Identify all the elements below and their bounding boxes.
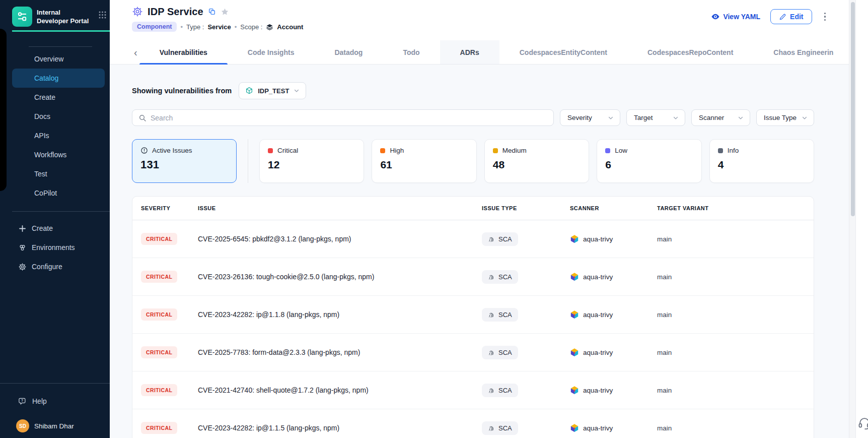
workflow-logo-icon — [16, 11, 28, 23]
sidebar-item-docs[interactable]: Docs — [12, 107, 105, 126]
info-dot — [718, 148, 723, 153]
tab-adrs[interactable]: ADRs — [440, 40, 499, 64]
filter-severity[interactable]: Severity — [560, 109, 620, 126]
tab-codespaces-entity-content[interactable]: CodespacesEntityContent — [499, 40, 627, 64]
plus-icon — [18, 224, 27, 233]
sidebar-item-catalog[interactable]: Catalog — [12, 69, 105, 88]
target-variant: main — [657, 349, 814, 356]
high-dot — [380, 148, 385, 153]
table-row[interactable]: CRITICAL CVE-2025-6545: pbkdf2@3.1.2 (la… — [132, 220, 814, 258]
sidebar-item-overview[interactable]: Overview — [12, 49, 105, 69]
trivy-icon — [570, 272, 579, 281]
info-card[interactable]: Info 4 — [709, 139, 814, 183]
more-options-icon[interactable] — [822, 11, 828, 23]
trivy-icon — [570, 423, 579, 432]
table-row[interactable]: CRITICAL CVE-2023-26136: tough-cookie@2.… — [132, 258, 814, 296]
sidebar: Internal Developer Portal Overview Catal… — [0, 0, 110, 438]
page-title: IDP Service — [148, 6, 203, 18]
issue-text: CVE-2025-7783: form-data@2.3.3 (lang-pkg… — [198, 348, 482, 356]
fingerprint-icon — [488, 273, 495, 280]
sidebar-item-test[interactable]: Test — [12, 164, 105, 183]
table-row[interactable]: CRITICAL CVE-2023-42282: ip@1.1.5 (lang-… — [132, 409, 814, 438]
edit-button[interactable]: Edit — [770, 9, 812, 24]
view-yaml-button[interactable]: View YAML — [711, 12, 760, 21]
app-launcher-icon[interactable] — [98, 11, 107, 21]
scrollbar-thumb[interactable] — [851, 2, 855, 216]
layers-icon — [266, 23, 273, 31]
sidebar-create-button[interactable]: Create — [0, 219, 110, 238]
trivy-icon — [570, 234, 579, 243]
sidebar-environments-button[interactable]: Environments — [0, 238, 110, 257]
sidebar-create-label: Create — [32, 224, 53, 232]
target-variant: main — [657, 235, 814, 243]
support-headset-icon[interactable] — [857, 416, 868, 432]
critical-dot — [268, 148, 273, 153]
scope-value: Account — [277, 23, 303, 31]
low-label: Low — [615, 147, 627, 154]
issue-text: CVE-2023-26136: tough-cookie@2.5.0 (lang… — [198, 273, 482, 281]
filter-issue-type[interactable]: Issue Type — [756, 109, 814, 126]
sidebar-item-copilot[interactable]: CoPilot — [12, 183, 105, 203]
tab-datadog[interactable]: Datadog — [314, 40, 383, 64]
medium-card[interactable]: Medium 48 — [484, 139, 589, 183]
chevron-down-icon — [673, 115, 679, 121]
pencil-icon — [779, 13, 786, 21]
active-issues-card[interactable]: Active Issues 131 — [132, 139, 237, 183]
critical-count: 12 — [268, 159, 355, 171]
sidebar-item-create[interactable]: Create — [12, 88, 105, 107]
star-icon[interactable] — [221, 8, 229, 16]
col-scanner: SCANNER — [570, 205, 657, 211]
severity-badge: CRITICAL — [141, 422, 177, 434]
entity-header: IDP Service Component • Type : Service •… — [110, 0, 849, 40]
tab-todo[interactable]: Todo — [383, 40, 440, 64]
entity-tabs: ‹ Vulnerabilities Code Insights Datadog … — [110, 40, 849, 65]
trivy-icon — [570, 310, 579, 319]
col-issue-type: ISSUE TYPE — [482, 205, 570, 211]
gear-icon — [18, 263, 27, 271]
low-card[interactable]: Low 6 — [597, 139, 701, 183]
table-row[interactable]: CRITICAL CVE-2025-7783: form-data@2.3.3 … — [132, 334, 814, 371]
tab-codespaces-repo-content[interactable]: CodespacesRepoContent — [627, 40, 753, 64]
copy-icon[interactable] — [208, 8, 216, 16]
sidebar-item-apis[interactable]: APIs — [12, 126, 105, 145]
type-label: Type : — [186, 23, 204, 31]
filter-scanner-label: Scanner — [699, 114, 724, 121]
sidebar-environments-label: Environments — [32, 243, 75, 252]
active-issues-count: 131 — [140, 158, 228, 171]
fingerprint-icon — [488, 387, 495, 394]
source-select[interactable]: IDP_TEST — [239, 82, 306, 99]
severity-badge: CRITICAL — [141, 308, 177, 321]
critical-label: Critical — [277, 147, 298, 154]
issue-type-badge: SCA — [482, 346, 518, 359]
fingerprint-icon — [488, 349, 495, 356]
tab-chaos-engineering[interactable]: Chaos Engineerin — [753, 40, 853, 64]
table-row[interactable]: CRITICAL CVE-2023-42282: ip@1.1.8 (lang-… — [132, 296, 814, 334]
critical-card[interactable]: Critical 12 — [259, 139, 364, 183]
tab-code-insights[interactable]: Code Insights — [228, 40, 315, 64]
sidebar-item-workflows[interactable]: Workflows — [12, 145, 105, 164]
portal-logo[interactable] — [12, 7, 32, 27]
high-card[interactable]: High 61 — [372, 139, 476, 183]
issue-type-badge: SCA — [482, 384, 518, 397]
user-menu[interactable]: SD Shibam Dhar — [0, 418, 110, 434]
chevron-down-icon — [802, 115, 808, 121]
sidebar-help-button[interactable]: ? Help — [0, 392, 110, 411]
edit-label: Edit — [790, 13, 803, 21]
table-row[interactable]: CRITICAL CVE-2021-42740: shell-quote@1.7… — [132, 371, 814, 409]
tabs-scroll-left-icon[interactable]: ‹ — [132, 47, 139, 57]
brand-row: Internal Developer Portal — [0, 0, 110, 27]
severity-badge: CRITICAL — [141, 346, 177, 358]
scanner-cell: aqua-trivy — [570, 310, 657, 319]
medium-dot — [493, 148, 498, 153]
fingerprint-icon — [488, 424, 495, 431]
tab-vulnerabilities[interactable]: Vulnerabilities — [139, 40, 228, 64]
filter-target-label: Target — [634, 114, 653, 121]
page-scrollbar — [849, 0, 856, 438]
filter-target[interactable]: Target — [626, 109, 685, 126]
search-input[interactable] — [151, 114, 547, 122]
fingerprint-icon — [488, 311, 495, 318]
filter-scanner[interactable]: Scanner — [691, 109, 750, 126]
sidebar-configure-button[interactable]: Configure — [0, 257, 110, 276]
trivy-icon — [570, 348, 579, 357]
high-label: High — [390, 147, 404, 154]
